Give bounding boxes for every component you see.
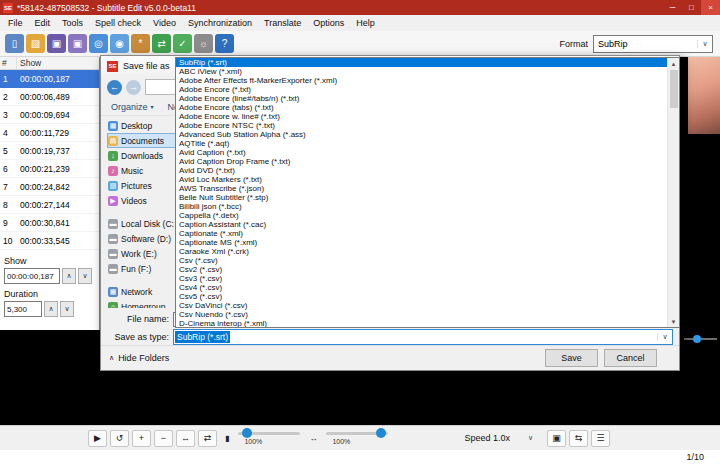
column-header-number[interactable]: #: [0, 57, 17, 69]
format-option[interactable]: Avid Caption (*.txt): [176, 148, 667, 157]
save-as-icon[interactable]: ▣: [68, 34, 87, 53]
save-as-type-combobox[interactable]: SubRip (*.srt) ∨: [173, 329, 673, 345]
maximize-button[interactable]: □: [682, 0, 701, 15]
format-option[interactable]: Avid Caption Drop Frame (*.txt): [176, 157, 667, 166]
fix-common-errors-icon[interactable]: *: [131, 34, 150, 53]
video-seek-thumb[interactable]: [693, 335, 701, 343]
back-button[interactable]: ←: [107, 80, 122, 95]
duration-down-button[interactable]: ∨: [60, 301, 74, 317]
format-option[interactable]: Captionate MS (*.xml): [176, 238, 667, 247]
menu-tools[interactable]: Tools: [56, 15, 89, 31]
sidebar-item-videos[interactable]: ▶ Videos: [107, 193, 179, 208]
format-option[interactable]: Bilibili json (*.bcc): [176, 202, 667, 211]
menu-synchronization[interactable]: Synchronization: [182, 15, 258, 31]
format-option[interactable]: Avid DVD (*.txt): [176, 166, 667, 175]
sidebar-item-documents[interactable]: ▤ Documents: [107, 133, 179, 148]
help-icon[interactable]: ?: [215, 34, 234, 53]
format-option[interactable]: Cappella (*.detx): [176, 211, 667, 220]
format-option[interactable]: AWS Transcribe (*.json): [176, 184, 667, 193]
save-button[interactable]: Save: [545, 349, 598, 367]
format-option[interactable]: Csv (*.csv): [176, 256, 667, 265]
open-file-icon[interactable]: ▨: [26, 34, 45, 53]
menu-file[interactable]: File: [2, 15, 29, 31]
menu-video[interactable]: Video: [147, 15, 182, 31]
duration-field[interactable]: 5,300: [4, 301, 42, 317]
repeat-button[interactable]: ↺: [110, 430, 129, 447]
show-time-up-button[interactable]: ∧: [62, 268, 76, 284]
cancel-button[interactable]: Cancel: [604, 349, 657, 367]
slider-thumb[interactable]: [242, 428, 252, 438]
format-option[interactable]: Belle Nuit Subtitler (*.stp): [176, 193, 667, 202]
menu-options[interactable]: Options: [307, 15, 350, 31]
layout-columns-button[interactable]: ⇆: [569, 430, 588, 447]
chevron-down-icon[interactable]: ∨: [528, 434, 533, 442]
subtitle-row[interactable]: 9 00:00:30,841: [0, 214, 99, 232]
slider-thumb[interactable]: [376, 428, 386, 438]
format-option[interactable]: Csv3 (*.csv): [176, 274, 667, 283]
play-button[interactable]: ▶: [88, 430, 107, 447]
format-option[interactable]: Caraoke Xml (*.crk): [176, 247, 667, 256]
subtitle-row[interactable]: 4 00:00:11,729: [0, 124, 99, 142]
format-option[interactable]: Captionate (*.xml): [176, 229, 667, 238]
sidebar-item-local-disk-c[interactable]: ▬ Local Disk (C:: [107, 216, 179, 231]
spell-check-icon[interactable]: ✓: [173, 34, 192, 53]
menu-translate[interactable]: Translate: [258, 15, 307, 31]
format-option[interactable]: Adobe Encore (tabs) (*.txt): [176, 103, 667, 112]
forward-button[interactable]: →: [126, 80, 141, 95]
show-time-field[interactable]: 00:00:00,187: [4, 268, 60, 284]
sidebar-item-software-d[interactable]: ▬ Software (D:): [107, 231, 179, 246]
format-option[interactable]: SubRip (*.srt): [176, 58, 667, 67]
new-file-icon[interactable]: ▯: [5, 34, 24, 53]
chevron-down-icon[interactable]: ∨: [657, 333, 672, 341]
menu-spell-check[interactable]: Spell check: [89, 15, 147, 31]
sidebar-item-homegroup[interactable]: ⌂ Homegroup: [107, 299, 179, 308]
sidebar-item-work-e[interactable]: ▬ Work (E:): [107, 246, 179, 261]
duration-up-button[interactable]: ∧: [44, 301, 58, 317]
replace-icon[interactable]: ◉: [110, 34, 129, 53]
format-option[interactable]: Adobe After Effects ft-MarkerExporter (*…: [176, 76, 667, 85]
zoom-in-button[interactable]: +: [132, 430, 151, 447]
sidebar-item-fun-f[interactable]: ▬ Fun (F:): [107, 261, 179, 276]
format-option[interactable]: Csv4 (*.csv): [176, 283, 667, 292]
horizontal-zoom-slider[interactable]: 100%: [326, 432, 388, 445]
subtitle-row[interactable]: 3 00:00:09,694: [0, 106, 99, 124]
format-option[interactable]: Avid Loc Markers (*.txt): [176, 175, 667, 184]
format-option[interactable]: D-Cinema interop (*.xml): [176, 319, 667, 327]
scroll-up-icon[interactable]: ▲: [668, 58, 680, 69]
scrollbar-thumb[interactable]: [670, 70, 678, 108]
subtitle-row[interactable]: 7 00:00:24,842: [0, 178, 99, 196]
format-option[interactable]: Adobe Encore (*.txt): [176, 85, 667, 94]
organize-button[interactable]: Organize ▾: [111, 102, 154, 112]
dropdown-scrollbar[interactable]: ▲ ▼: [667, 58, 679, 327]
subtitle-row[interactable]: 6 00:00:21,239: [0, 160, 99, 178]
format-combobox[interactable]: SubRip ∨: [593, 35, 713, 53]
sidebar-item-desktop[interactable]: ▦ Desktop: [107, 118, 179, 133]
scroll-down-icon[interactable]: ▼: [668, 316, 680, 327]
format-option[interactable]: AQTitle (*.aqt): [176, 139, 667, 148]
sidebar-item-music[interactable]: ♪ Music: [107, 163, 179, 178]
format-option[interactable]: Adobe Encore NTSC (*.txt): [176, 121, 667, 130]
format-option[interactable]: Adobe Encore (line#/tabs/n) (*.txt): [176, 94, 667, 103]
subtitle-row[interactable]: 10 00:00:33,545: [0, 232, 99, 250]
format-option[interactable]: Csv DaVinci (*.csv): [176, 301, 667, 310]
find-icon[interactable]: ◎: [89, 34, 108, 53]
layout-stack-button[interactable]: ▣: [547, 430, 566, 447]
sidebar-item-network[interactable]: ▦ Network: [107, 284, 179, 299]
hide-folders-button[interactable]: ∧ Hide Folders: [109, 353, 169, 363]
column-header-show[interactable]: Show: [17, 57, 99, 69]
settings-icon[interactable]: ☼: [194, 34, 213, 53]
format-option[interactable]: Advanced Sub Station Alpha (*.ass): [176, 130, 667, 139]
speed-label[interactable]: Speed 1.0x: [464, 433, 510, 443]
format-option[interactable]: Csv Nuendo (*.csv): [176, 310, 667, 319]
visual-sync-icon[interactable]: ⇄: [152, 34, 171, 53]
video-seek-slider[interactable]: [684, 338, 717, 340]
close-button[interactable]: ×: [701, 0, 720, 15]
subtitle-row[interactable]: 5 00:00:19,737: [0, 142, 99, 160]
sidebar-item-pictures[interactable]: ▨ Pictures: [107, 178, 179, 193]
subtitle-row[interactable]: 2 00:00:06,489: [0, 88, 99, 106]
subtitle-row[interactable]: 8 00:00:27,144: [0, 196, 99, 214]
pan-button[interactable]: ↔: [176, 430, 195, 447]
minimize-button[interactable]: ─: [663, 0, 682, 15]
format-option[interactable]: Csv5 (*.csv): [176, 292, 667, 301]
zoom-out-button[interactable]: −: [154, 430, 173, 447]
